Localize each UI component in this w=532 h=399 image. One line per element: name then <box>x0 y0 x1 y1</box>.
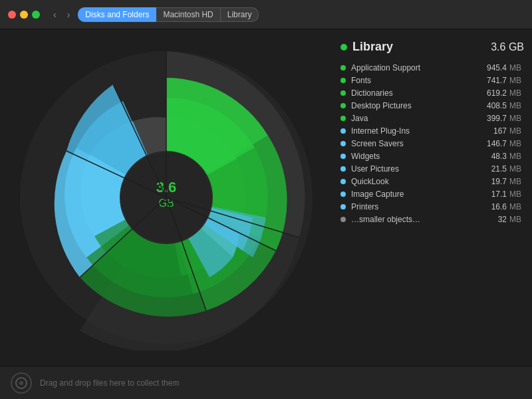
list-item[interactable]: Java399.7MB <box>340 114 524 123</box>
bottombar: Drag and drop files here to collect them <box>0 366 532 399</box>
list-item-size: 48.3 <box>477 152 507 161</box>
minimize-button[interactable] <box>20 11 28 19</box>
list-item-name: Internet Plug-Ins <box>351 126 477 136</box>
list-item-unit: MB <box>509 126 524 136</box>
list-item-unit: MB <box>509 76 524 85</box>
list-item-size: 32 <box>477 215 507 224</box>
list-title: Library <box>352 40 491 54</box>
list-item[interactable]: Internet Plug-Ins167MB <box>340 126 524 136</box>
chart-area: 3.6 GB <box>0 29 332 366</box>
breadcrumb: Disks and Folders Macintosh HD Library <box>78 7 259 22</box>
list-item-name: Fonts <box>351 76 477 85</box>
list-item[interactable]: Fonts741.7MB <box>340 76 524 85</box>
list-item-size: 21.5 <box>477 164 507 174</box>
list-dot <box>340 204 346 209</box>
list-item-size: 399.7 <box>477 114 507 123</box>
list-item-unit: MB <box>509 177 524 186</box>
drop-hint: Drag and drop files here to collect them <box>40 378 179 388</box>
close-button[interactable] <box>8 11 16 19</box>
drop-icon <box>11 372 32 394</box>
header-dot <box>340 44 347 51</box>
list-dot <box>340 141 346 146</box>
list-item-unit: MB <box>509 88 524 98</box>
list-item-name: Desktop Pictures <box>351 101 477 110</box>
list-item[interactable]: User Pictures21.5MB <box>340 164 524 174</box>
list-item-unit: MB <box>509 164 524 174</box>
svg-point-13 <box>19 381 23 385</box>
back-button[interactable]: ‹ <box>51 8 59 21</box>
list-dot <box>340 166 346 172</box>
list-item-size: 408.5 <box>477 101 507 110</box>
list-dot <box>340 128 346 134</box>
list-item-unit: MB <box>509 215 524 224</box>
list-item-name: Java <box>351 114 477 123</box>
list-item-name: Printers <box>351 202 477 211</box>
list-item-name: User Pictures <box>351 164 477 174</box>
list-item-unit: MB <box>509 190 524 199</box>
list-item[interactable]: …smaller objects…32MB <box>340 215 524 224</box>
list-header: Library 3.6 GB <box>340 40 524 54</box>
forward-button[interactable]: › <box>65 8 73 21</box>
list-item-unit: MB <box>509 202 524 211</box>
list-dot <box>340 154 346 159</box>
list-item-size: 17.1 <box>477 190 507 199</box>
main-content: 3.6 GB Library 3.6 GB Application Suppor… <box>0 29 532 366</box>
list-item-name: Screen Savers <box>351 139 477 148</box>
list-item-unit: MB <box>509 114 524 123</box>
list-item[interactable]: Widgets48.3MB <box>340 152 524 161</box>
list-item-size: 19.7 <box>477 177 507 186</box>
list-item-unit: MB <box>509 63 524 72</box>
breadcrumb-macintosh-hd[interactable]: Macintosh HD <box>156 7 220 22</box>
titlebar: ‹ › Disks and Folders Macintosh HD Libra… <box>0 0 532 29</box>
breadcrumb-library[interactable]: Library <box>221 7 259 22</box>
list-item-name: Dictionaries <box>351 88 477 98</box>
list-dot <box>340 103 346 108</box>
items-list: Application Support945.4MBFonts741.7MBDi… <box>340 63 524 224</box>
list-item-name: Application Support <box>351 63 477 72</box>
list-item[interactable]: Application Support945.4MB <box>340 63 524 72</box>
list-dot <box>340 217 346 222</box>
list-item-size: 741.7 <box>477 76 507 85</box>
breadcrumb-disks[interactable]: Disks and Folders <box>78 7 156 22</box>
list-dot <box>340 192 346 197</box>
maximize-button[interactable] <box>32 11 40 19</box>
list-item-size: 16.6 <box>477 202 507 211</box>
list-dot <box>340 78 346 83</box>
list-item-unit: MB <box>509 139 524 148</box>
list-item[interactable]: Dictionaries619.2MB <box>340 88 524 98</box>
list-item-name: …smaller objects… <box>351 215 477 224</box>
list-item[interactable]: Desktop Pictures408.5MB <box>340 101 524 110</box>
list-item[interactable]: QuickLook19.7MB <box>340 177 524 186</box>
list-dot <box>340 179 346 184</box>
sunburst-chart[interactable]: 3.6 GB <box>13 45 319 350</box>
list-item-size: 167 <box>477 126 507 136</box>
list-panel: Library 3.6 GB Application Support945.4M… <box>332 29 532 366</box>
list-item-name: QuickLook <box>351 177 477 186</box>
list-item[interactable]: Printers16.6MB <box>340 202 524 211</box>
list-dot <box>340 90 346 96</box>
list-item-unit: MB <box>509 152 524 161</box>
list-item-unit: MB <box>509 101 524 110</box>
list-item[interactable]: Screen Savers146.7MB <box>340 139 524 148</box>
list-item-name: Widgets <box>351 152 477 161</box>
list-item-size: 619.2 <box>477 88 507 98</box>
traffic-lights <box>8 11 40 19</box>
list-item-name: Image Capture <box>351 190 477 199</box>
list-item-size: 945.4 <box>477 63 507 72</box>
list-item[interactable]: Image Capture17.1MB <box>340 190 524 199</box>
list-item-size: 146.7 <box>477 139 507 148</box>
list-dot <box>340 116 346 121</box>
list-total-size: 3.6 GB <box>491 41 524 53</box>
list-dot <box>340 65 346 70</box>
